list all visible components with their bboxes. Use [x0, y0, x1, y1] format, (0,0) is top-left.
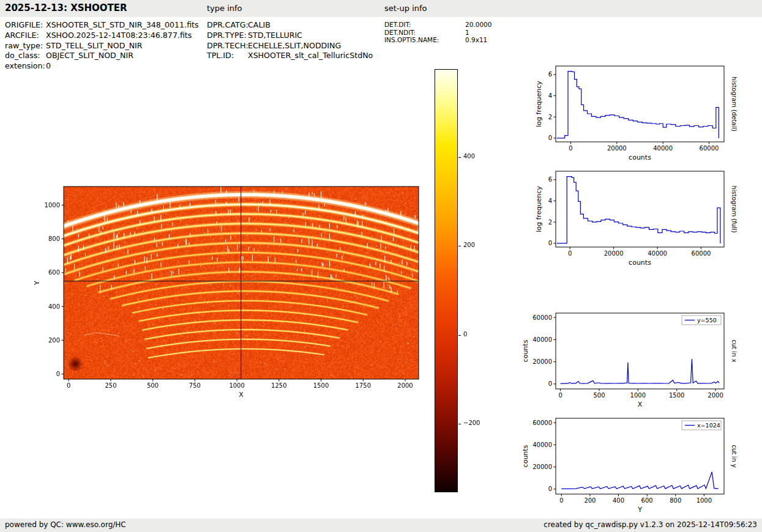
svg-text:log frequency: log frequency [535, 81, 543, 127]
svg-text:20000: 20000 [607, 145, 627, 152]
svg-text:60000: 60000 [532, 419, 552, 426]
svg-text:2: 2 [548, 219, 552, 226]
svg-text:6: 6 [548, 176, 552, 183]
svg-text:0: 0 [67, 382, 70, 389]
meta-label: TPL.ID: [207, 51, 248, 61]
cut-in-y-plot: 020040060080010000200004000060000Ycounts… [508, 410, 762, 519]
meta-value: 0.9x11 [465, 36, 487, 44]
page-title: 2025-12-13: XSHOOTER [5, 2, 127, 13]
svg-text:Y: Y [33, 281, 41, 286]
svg-text:x=1024: x=1024 [697, 422, 720, 429]
svg-text:counts: counts [629, 153, 651, 161]
meta-value: 0 [46, 61, 51, 72]
svg-text:1500: 1500 [669, 392, 684, 399]
svg-text:0: 0 [56, 371, 60, 377]
meta-row: DPR.TECH:ECHELLE,SLIT,NODDING [207, 41, 373, 51]
colorbar-tick [458, 246, 461, 246]
svg-text:1000: 1000 [45, 202, 60, 209]
meta-label: DET.NDIT: [384, 29, 465, 37]
meta-value: 20.0000 [465, 21, 491, 29]
svg-text:4: 4 [548, 198, 552, 204]
svg-text:60000: 60000 [532, 314, 552, 321]
svg-text:400: 400 [48, 303, 60, 310]
svg-text:1000: 1000 [229, 382, 244, 389]
svg-text:40000: 40000 [653, 145, 673, 152]
colorbar-tick [458, 424, 461, 424]
svg-text:20000: 20000 [604, 250, 624, 257]
meta-label: do_class: [5, 51, 46, 61]
svg-text:1750: 1750 [356, 382, 371, 389]
meta-row: raw_type:STD_TELL_SLIT_NOD_NIR [5, 41, 199, 51]
file-info-block: ORIGFILE:XSHOOTER_SLT_STD_NIR_348_0011.f… [5, 20, 199, 72]
svg-text:800: 800 [48, 235, 60, 242]
svg-text:0: 0 [548, 135, 552, 141]
svg-text:6: 6 [548, 71, 552, 78]
svg-text:600: 600 [641, 497, 653, 504]
svg-text:Y: Y [637, 506, 642, 514]
meta-row: do_class:OBJECT_SLIT_NOD_NIR [5, 51, 199, 61]
svg-text:4: 4 [548, 92, 552, 99]
svg-text:counts: counts [629, 259, 651, 267]
svg-text:1500: 1500 [313, 382, 329, 389]
qc-report-page: 2025-12-13: XSHOOTER type info set-up in… [0, 0, 762, 532]
footer-credit-qc: powered by QC: www.eso.org/HC [5, 520, 126, 529]
colorbar-tick [458, 335, 461, 336]
svg-text:0: 0 [548, 240, 552, 246]
meta-row: DET.DIT:20.0000 [384, 21, 491, 29]
svg-text:60000: 60000 [700, 145, 719, 152]
meta-row: ORIGFILE:XSHOOTER_SLT_STD_NIR_348_0011.f… [5, 20, 199, 31]
svg-text:500: 500 [593, 392, 605, 399]
svg-text:750: 750 [189, 382, 201, 389]
svg-text:0: 0 [559, 497, 563, 504]
svg-text:0: 0 [548, 486, 552, 492]
svg-text:histogram (detail): histogram (detail) [731, 76, 738, 131]
meta-label: extension: [5, 61, 46, 72]
svg-text:0: 0 [568, 250, 572, 257]
meta-value: XSHOOTER_SLT_STD_NIR_348_0011.fits [46, 20, 199, 31]
svg-text:60000: 60000 [692, 250, 711, 257]
svg-text:20000: 20000 [532, 464, 552, 470]
svg-text:1000: 1000 [630, 392, 646, 399]
meta-row: DPR.CATG:CALIB [207, 20, 373, 31]
cut-in-x-plot: 05001000150020000200004000060000Xcountsc… [508, 305, 762, 413]
raw-frame-axes: 0250500750100012501500175020000200400600… [24, 177, 453, 416]
meta-value: XSHOOTER_slt_cal_TelluricStdNo [248, 51, 373, 61]
svg-text:600: 600 [48, 269, 60, 276]
setup-info-block: DET.DIT:20.0000 DET.NDIT:1 INS.OPTI5.NAM… [384, 21, 491, 44]
svg-text:250: 250 [105, 382, 116, 389]
meta-value: 1 [465, 29, 469, 37]
meta-row: TPL.ID:XSHOOTER_slt_cal_TelluricStdNo [207, 51, 373, 61]
histogram-detail-plot: 02000040000600000246countslog frequencyh… [508, 57, 762, 166]
svg-text:histogram (full): histogram (full) [731, 185, 738, 232]
meta-label: DPR.TECH: [207, 41, 248, 51]
svg-text:2000: 2000 [708, 392, 723, 399]
svg-text:200: 200 [48, 337, 60, 344]
svg-text:0: 0 [569, 145, 572, 152]
meta-value: STD_TELL_SLIT_NOD_NIR [46, 41, 143, 51]
colorbar-tick-label: 0 [463, 331, 467, 338]
svg-text:40000: 40000 [648, 250, 667, 257]
svg-text:1250: 1250 [271, 382, 286, 389]
meta-row: INS.OPTI5.NAME:0.9x11 [384, 36, 491, 44]
histogram-full-plot: 02000040000600000246countslog frequencyh… [508, 163, 762, 272]
svg-text:X: X [638, 401, 643, 408]
svg-text:2000: 2000 [397, 382, 413, 389]
svg-text:800: 800 [670, 497, 681, 504]
colorbar-tick [458, 157, 461, 158]
svg-text:counts: counts [521, 445, 529, 467]
svg-text:1000: 1000 [697, 497, 712, 504]
colorbar-tick-label: −200 [463, 419, 480, 426]
meta-value: STD,TELLURIC [248, 31, 302, 41]
meta-label: ORIGFILE: [5, 20, 46, 31]
meta-value: CALIB [248, 20, 271, 31]
svg-text:y=550: y=550 [697, 317, 717, 323]
meta-value: ECHELLE,SLIT,NODDING [248, 41, 341, 51]
svg-text:400: 400 [613, 497, 624, 504]
svg-text:0: 0 [548, 380, 552, 387]
meta-row: extension:0 [5, 61, 199, 72]
type-info-block: DPR.CATG:CALIB DPR.TYPE:STD,TELLURIC DPR… [207, 20, 373, 61]
meta-row: DET.NDIT:1 [384, 29, 491, 37]
svg-text:cut in x: cut in x [731, 339, 738, 362]
svg-text:500: 500 [147, 382, 159, 389]
svg-text:2: 2 [548, 114, 552, 120]
